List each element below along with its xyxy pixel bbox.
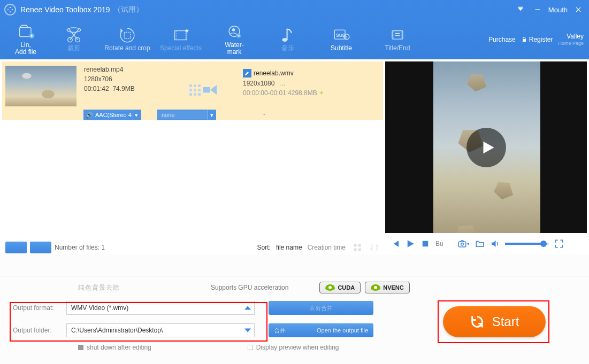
register-link[interactable]: Register <box>521 36 553 43</box>
svg-point-1 <box>12 9 13 10</box>
prev-button[interactable] <box>391 239 400 249</box>
input-filename: reneelab.mp4 <box>84 65 135 74</box>
mouth-label: Mouth <box>548 3 568 16</box>
list-view-icon[interactable] <box>352 242 363 253</box>
output-resolution: 1920x1080 <box>243 80 274 87</box>
nvenc-text: NVENC <box>383 284 404 291</box>
blur-text: 纯色背景去除 <box>78 283 120 292</box>
lock-icon <box>521 36 527 43</box>
audio-track-label: AAC(Stereo 4 <box>95 112 132 118</box>
progress-dash: - <box>263 111 265 118</box>
valley-homepage-link[interactable]: Valley Home Page <box>558 33 584 46</box>
open-folder-button[interactable] <box>475 239 485 249</box>
svg-text:T: T <box>345 35 348 40</box>
cuda-badge: CUDA <box>319 282 361 293</box>
tool-watermark[interactable]: Water-mark <box>208 19 261 59</box>
close-icon[interactable] <box>572 3 585 16</box>
add-file-line1: Lin, <box>20 41 30 49</box>
speaker-icon: 🔊 <box>86 112 93 119</box>
tool-subtitle[interactable]: SUBT Subtitle <box>315 19 368 59</box>
cuda-text: CUDA <box>338 284 355 291</box>
tool-music[interactable]: 音乐 <box>261 19 315 59</box>
shutdown-checkbox[interactable]: shut down after editing <box>78 344 151 351</box>
start-button[interactable]: Start <box>443 306 546 337</box>
chevron-up-icon <box>244 306 251 310</box>
output-format-dropdown[interactable]: WMV Video (*.wmv) <box>66 301 255 315</box>
fullscreen-button[interactable] <box>554 239 564 249</box>
list-action-2[interactable] <box>30 242 51 253</box>
svg-rect-12 <box>175 31 187 40</box>
output-format-label: Output format: <box>9 304 66 312</box>
svg-rect-4 <box>518 7 523 7</box>
homepage-text: Home Page <box>558 41 584 46</box>
video-preview[interactable] <box>385 61 587 233</box>
subtitle-label: none <box>162 112 174 118</box>
svg-rect-11 <box>124 33 130 38</box>
tool-cut[interactable]: 裁剪 <box>47 19 101 59</box>
preview-checkbox[interactable]: Display preview when editing <box>248 344 339 351</box>
volume-slider[interactable] <box>505 243 549 245</box>
svg-rect-28 <box>358 249 361 251</box>
output-more[interactable]: … <box>279 80 285 87</box>
convert-arrow-icon <box>189 83 218 97</box>
trial-label: （试用） <box>113 5 143 14</box>
list-sort-icon[interactable] <box>369 242 380 253</box>
edit-output-icon[interactable] <box>243 69 251 78</box>
svg-rect-27 <box>354 249 356 251</box>
app-logo-icon <box>4 4 16 16</box>
refresh-icon <box>470 314 485 329</box>
tool-title-end[interactable]: Title/End <box>368 19 427 59</box>
input-resolution: 1280x706 <box>84 74 135 84</box>
svg-point-14 <box>232 28 235 32</box>
svg-point-2 <box>10 11 11 12</box>
tool-effects[interactable]: Special effects <box>154 19 208 59</box>
volume-button[interactable] <box>490 239 500 249</box>
output-format-value: WMV Video (*.wmv) <box>71 304 128 312</box>
svg-rect-30 <box>458 242 466 247</box>
output-folder-dropdown[interactable]: C:\Users\Administrator\Desktop\ <box>66 323 255 337</box>
tool-add-file[interactable]: Lin,Add file <box>4 19 47 59</box>
add-file-line2: Add file <box>15 48 36 56</box>
tool-rotate-crop[interactable]: Rotate and crop <box>101 19 154 59</box>
stop-button[interactable] <box>420 239 430 249</box>
register-text: Register <box>529 36 553 43</box>
input-duration: 00:01:42 <box>84 85 109 92</box>
list-toolbar: Number of files: 1 Sort: file name Creat… <box>2 239 383 256</box>
snapshot-button[interactable]: ▾ <box>457 239 470 249</box>
svg-rect-26 <box>358 244 361 246</box>
app-title: Renee Video Toolbox 2019 <box>20 5 110 14</box>
svg-point-31 <box>461 243 463 246</box>
play-button[interactable] <box>406 239 415 249</box>
list-action-1[interactable] <box>5 242 27 253</box>
mid-button-2[interactable]: 合并 Open the output file <box>269 323 373 337</box>
chevron-down-icon: ▾ <box>208 110 215 120</box>
sort-by-time[interactable]: Creation time <box>308 244 346 251</box>
svg-rect-21 <box>392 31 403 40</box>
output-filename: reneelab.wmv <box>254 69 294 77</box>
svg-rect-29 <box>423 241 429 247</box>
gpu-support-label: Supports GPU acceleration <box>211 284 288 291</box>
menu-dropdown-icon[interactable] <box>514 3 527 16</box>
effects-label: Special effects <box>160 45 202 52</box>
shutdown-label: shut down after editing <box>87 344 151 351</box>
subtitle-dropdown[interactable]: none ▾ <box>157 110 216 120</box>
file-list-item[interactable]: reneelab.mp4 1280x706 00:01:42 74.9MB re… <box>2 61 383 120</box>
sort-by-name[interactable]: file name <box>276 244 302 251</box>
output-time-size: 00:00:00-00:01:4298.8MB <box>243 89 317 97</box>
preview-check-label: Display preview when editing <box>256 344 339 351</box>
subtitle-label: Subtitle <box>331 45 352 52</box>
cut-label: 裁剪 <box>67 45 80 52</box>
input-size: 74.9MB <box>112 85 134 92</box>
purchase-link[interactable]: Purchase <box>488 36 516 43</box>
music-label: 音乐 <box>281 45 294 52</box>
mid2-left: 合并 <box>274 327 286 335</box>
audio-track-dropdown[interactable]: 🔊 AAC(Stereo 4 ▾ <box>83 110 141 120</box>
chevron-down-icon <box>244 329 251 332</box>
mid-button-1[interactable]: 装剪合并 <box>269 301 373 315</box>
minimize-icon[interactable] <box>531 3 544 16</box>
water1: Water- <box>225 41 244 49</box>
file-output-meta: reneelab.wmv 1920x1080… 00:00:00-00:01:4… <box>243 69 324 97</box>
mid2-right: Open the output file <box>317 327 368 334</box>
play-overlay-button[interactable] <box>466 128 506 167</box>
preview-controls: Bu ▾ <box>385 233 589 254</box>
